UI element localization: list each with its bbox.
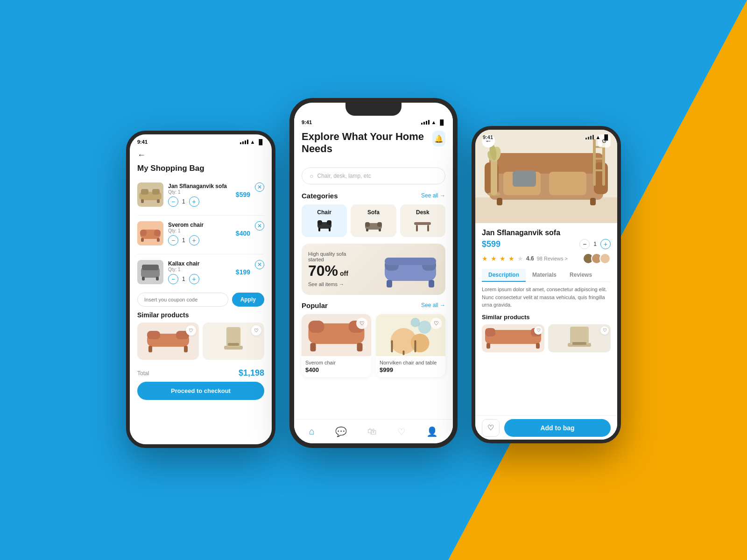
item-1-qty: 1 (182, 198, 185, 205)
svg-rect-81 (572, 342, 586, 345)
similar-card-2[interactable]: ♡ (203, 322, 264, 360)
coupon-input[interactable] (137, 293, 228, 307)
popular-see-all[interactable]: See all → (421, 302, 445, 308)
star-2: ★ (491, 255, 497, 262)
categories-label: Categories (302, 192, 338, 200)
item-1-plus-btn[interactable]: + (189, 196, 199, 207)
star-5: ★ (517, 255, 523, 262)
similar-products-title: Similar products (137, 311, 264, 319)
item-2-price: $400 (236, 230, 250, 237)
star-4: ★ (508, 255, 514, 262)
category-sofa[interactable]: Sofa (351, 204, 396, 237)
category-desk[interactable]: Desk (400, 204, 445, 237)
right-similar-1[interactable]: ♡ (482, 324, 544, 352)
center-phone-screen: 9:41 ▲ ▐▌ Explore What Your Home Needs (294, 103, 453, 443)
popular-card-2[interactable]: ♡ Norrviken chair and table $999 (376, 314, 445, 377)
center-battery-icon: ▐▌ (438, 119, 445, 125)
back-button[interactable]: ← (137, 150, 264, 160)
svg-rect-60 (590, 198, 596, 205)
right-similar-1-heart-btn[interactable]: ♡ (534, 326, 543, 335)
popular-1-price: $400 (305, 366, 367, 373)
product-qty: 1 (593, 241, 597, 247)
left-phone-screen: 9:41 ▲ ▐▌ ← My Shopping Bag (130, 134, 272, 444)
search-bar[interactable]: ○ Chair, desk, lamp, etc (302, 168, 445, 184)
item-2-minus-btn[interactable]: − (168, 235, 178, 245)
add-to-wishlist-button[interactable]: ♡ (482, 419, 500, 437)
item-1-name: Jan Sflanaganvik sofa (168, 183, 231, 189)
svg-rect-39 (429, 280, 434, 287)
reviews-link[interactable]: 98 Reviews > (537, 256, 568, 261)
left-content: ← My Shopping Bag Jan Sflanaganvik sofa … (130, 147, 272, 442)
item-1-minus-btn[interactable]: − (168, 196, 178, 207)
divider-2 (137, 254, 264, 254)
center-notch (345, 103, 402, 116)
item-3-minus-btn[interactable]: − (168, 274, 178, 284)
promo-percent: 70% (308, 262, 338, 280)
apply-button[interactable]: Apply (232, 293, 264, 307)
explore-header: Explore What Your Home Needs 🔔 (302, 131, 445, 162)
item-3-price: $199 (236, 268, 250, 276)
item-2-qty-control: − 1 + (168, 235, 231, 245)
popular-card-1[interactable]: ♡ Sverom chair $400 (302, 314, 371, 377)
categories-see-all[interactable]: See all → (421, 192, 445, 199)
divider-1 (137, 215, 264, 216)
tab-description[interactable]: Description (482, 269, 526, 282)
add-to-bag-button[interactable]: Add to bag (504, 419, 611, 437)
product-plus-btn[interactable]: + (600, 239, 611, 249)
promo-link[interactable]: See all items → (308, 281, 348, 287)
nav-chat-icon[interactable]: 💬 (333, 424, 349, 439)
nav-wishlist-icon[interactable]: ♡ (395, 424, 408, 439)
checkout-button[interactable]: Proceed to checkout (137, 382, 264, 400)
nav-profile-icon[interactable]: 👤 (424, 424, 440, 439)
svg-rect-78 (536, 343, 540, 349)
popular-1-name: Sverom chair (305, 360, 367, 365)
product-hero: ← ⊙ (475, 130, 617, 223)
svg-rect-38 (387, 280, 392, 287)
item-2-qty-label: Qty: 1 (168, 228, 231, 233)
coupon-row: Apply (137, 293, 264, 307)
popular-card-1-img: ♡ (302, 314, 371, 356)
popular-2-heart-btn[interactable]: ♡ (430, 318, 442, 329)
svg-rect-45 (357, 343, 363, 351)
promo-subtitle: High quality sofastarted (308, 251, 348, 262)
cat-chair-label: Chair (305, 209, 343, 216)
svg-rect-63 (513, 171, 536, 187)
center-content: Explore What Your Home Needs 🔔 ○ Chair, … (294, 127, 453, 443)
right-similar-2[interactable]: ♡ (548, 324, 611, 352)
nav-home-icon[interactable]: ⌂ (307, 424, 317, 439)
item-2-remove-btn[interactable]: ✕ (255, 221, 264, 231)
category-chair[interactable]: Chair (302, 204, 347, 237)
right-similar-grid: ♡ ♡ (482, 324, 611, 352)
svg-point-47 (411, 334, 430, 352)
right-similar-2-heart-btn[interactable]: ♡ (600, 326, 609, 335)
svg-rect-34 (427, 225, 429, 231)
similar-2-heart-btn[interactable]: ♡ (251, 325, 261, 336)
svg-rect-2 (152, 189, 160, 195)
similar-card-1[interactable]: ♡ (137, 322, 199, 360)
item-1-remove-btn[interactable]: ✕ (255, 182, 264, 192)
svg-rect-75 (485, 328, 495, 336)
center-time: 9:41 (302, 119, 312, 125)
product-minus-btn[interactable]: − (579, 239, 590, 249)
right-time: 9:41 (483, 134, 493, 140)
promo-banner: High quality sofastarted 70% off See all… (302, 244, 445, 295)
svg-rect-21 (228, 343, 239, 346)
item-2-plus-btn[interactable]: + (189, 235, 199, 245)
cart-item-2: Sverom chair Qty: 1 − 1 + $400 ✕ (137, 217, 264, 249)
similar-1-heart-btn[interactable]: ♡ (186, 325, 196, 336)
cart-item-1: Jan Sflanaganvik sofa Qty: 1 − 1 + $599 … (137, 179, 264, 210)
item-3-plus-btn[interactable]: + (189, 274, 199, 284)
right-bottom-bar: ♡ Add to bag (475, 415, 617, 440)
categories-row: Chair Sofa Desk (302, 204, 445, 237)
tab-reviews[interactable]: Reviews (563, 269, 599, 282)
popular-2-price: $999 (380, 366, 442, 373)
product-price-row: $599 − 1 + (482, 239, 611, 249)
svg-rect-72 (593, 158, 605, 160)
notification-bell[interactable]: 🔔 (432, 131, 445, 147)
item-3-remove-btn[interactable]: ✕ (255, 260, 264, 269)
popular-1-heart-btn[interactable]: ♡ (356, 318, 367, 329)
nav-bag-icon[interactable]: 🛍 (366, 424, 379, 439)
item-1-price: $599 (236, 191, 250, 198)
tab-materials[interactable]: Materials (526, 269, 563, 282)
svg-rect-7 (154, 230, 161, 236)
